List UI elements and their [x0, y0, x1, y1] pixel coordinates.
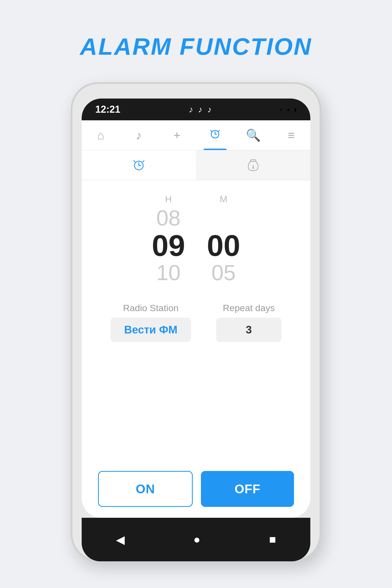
phone-shell: 12:21 ♪ ♪ ♪ ▾ ▲ ▮ ⌂ ♪ + — [71, 82, 321, 561]
nav-alarm[interactable] — [196, 120, 234, 150]
main-content: H 08 09 10 M 00 00 05 Radio Station Вест… — [82, 180, 310, 518]
radio-station-group: Radio Station Вести ФМ — [111, 303, 191, 342]
nav-add[interactable]: + — [158, 120, 196, 150]
svg-line-3 — [211, 130, 212, 131]
battery-icon: ▮ — [294, 107, 297, 112]
menu-icon: ≡ — [288, 128, 295, 142]
hours-label: H — [165, 194, 172, 204]
radio-station-value[interactable]: Вести ФМ — [111, 318, 191, 342]
minutes-next: 05 — [212, 262, 236, 284]
tab-timer[interactable] — [196, 150, 310, 180]
status-time: 12:21 — [95, 104, 120, 115]
svg-point-12 — [252, 167, 254, 169]
tab-alarm[interactable] — [82, 150, 196, 180]
repeat-days-label: Repeat days — [223, 303, 275, 313]
settings-row: Radio Station Вести ФМ Repeat days 3 — [98, 303, 294, 342]
alarm-icon — [209, 128, 221, 143]
button-row: ON OFF — [98, 471, 294, 507]
music-icon-3: ♪ — [207, 105, 212, 115]
svg-line-9 — [143, 161, 144, 162]
hours-column[interactable]: H 08 09 10 — [152, 194, 185, 284]
status-music-icons: ♪ ♪ ♪ — [189, 105, 212, 115]
nav-menu[interactable]: ≡ — [272, 120, 310, 150]
signal-icon: ▲ — [286, 107, 290, 112]
home-icon: ⌂ — [97, 128, 105, 142]
nav-home[interactable]: ⌂ — [82, 120, 120, 150]
minutes-current: 00 — [207, 229, 240, 262]
home-button[interactable]: ● — [194, 533, 200, 546]
music-icon-2: ♪ — [198, 105, 203, 115]
system-nav: ◀ ● ■ — [82, 518, 310, 561]
tab-bar — [82, 150, 310, 180]
recents-button[interactable]: ■ — [269, 533, 276, 546]
minutes-label: M — [220, 194, 227, 204]
wifi-icon: ▾ — [280, 107, 282, 112]
page-title: ALARM FUNCTION — [80, 33, 312, 60]
on-button[interactable]: ON — [98, 471, 193, 507]
status-bar: 12:21 ♪ ♪ ♪ ▾ ▲ ▮ — [82, 99, 310, 120]
back-button[interactable]: ◀ — [116, 533, 125, 546]
phone-screen: 12:21 ♪ ♪ ♪ ▾ ▲ ▮ ⌂ ♪ + — [82, 99, 310, 518]
off-button[interactable]: OFF — [201, 471, 294, 507]
search-icon: 🔍 — [246, 128, 261, 142]
repeat-days-value[interactable]: 3 — [216, 318, 281, 342]
music-note-icon: ♪ — [136, 128, 142, 142]
hours-prev: 08 — [156, 207, 180, 229]
add-icon: + — [173, 128, 180, 142]
nav-bar: ⌂ ♪ + 🔍 — [82, 120, 310, 150]
radio-station-label: Radio Station — [123, 303, 179, 313]
hours-current: 09 — [152, 229, 185, 262]
repeat-days-group: Repeat days 3 — [216, 303, 281, 342]
svg-line-8 — [134, 161, 135, 162]
time-picker: H 08 09 10 M 00 00 05 — [98, 194, 294, 284]
svg-rect-10 — [250, 160, 256, 161]
nav-search[interactable]: 🔍 — [234, 120, 272, 150]
music-icon-1: ♪ — [189, 105, 193, 115]
status-right-icons: ▾ ▲ ▮ — [280, 107, 297, 112]
minutes-column[interactable]: M 00 00 05 — [207, 194, 240, 284]
svg-line-4 — [218, 130, 219, 131]
nav-music[interactable]: ♪ — [120, 120, 158, 150]
hours-next: 10 — [156, 262, 180, 284]
